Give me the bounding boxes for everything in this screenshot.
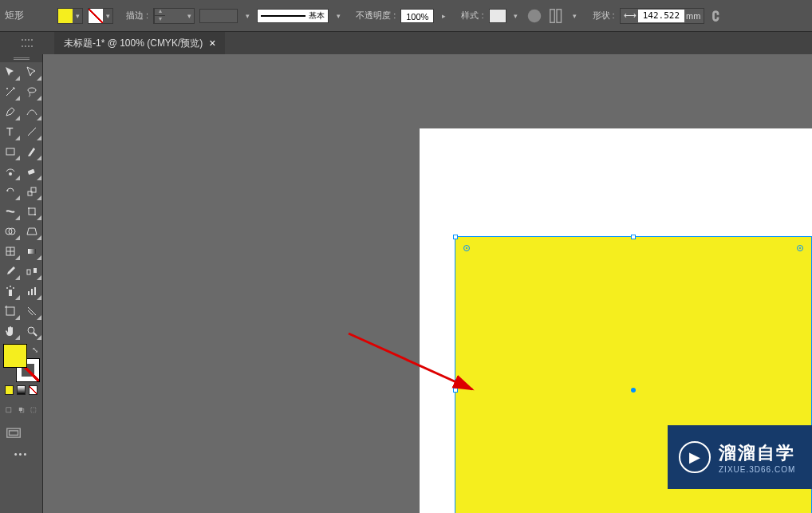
link-icon[interactable]: [709, 7, 727, 25]
magic-wand-tool[interactable]: [0, 82, 21, 101]
shape-width-input[interactable]: ⟷ 142.522 mm: [620, 8, 705, 24]
swap-fill-stroke-icon[interactable]: ⤡: [32, 345, 38, 354]
svg-rect-1: [550, 9, 554, 22]
variable-width-profile[interactable]: [199, 9, 238, 23]
scale-tool[interactable]: [22, 182, 42, 201]
chevron-down-icon[interactable]: ▾: [103, 9, 112, 23]
type-tool[interactable]: T: [0, 122, 21, 141]
eraser-tool[interactable]: [22, 162, 42, 181]
selection-center-point[interactable]: [631, 388, 636, 393]
opacity-input[interactable]: 100%: [400, 9, 434, 23]
document-tab[interactable]: 未标题-1* @ 100% (CMYK/预览) ×: [54, 32, 225, 54]
draw-normal-icon[interactable]: [5, 401, 13, 419]
svg-rect-40: [10, 431, 18, 436]
opacity-label: 不透明度 :: [356, 10, 396, 22]
curvature-tool[interactable]: [22, 102, 42, 121]
svg-rect-28: [31, 289, 33, 295]
stroke-swatch-none: [89, 9, 103, 23]
shaper-tool[interactable]: [0, 162, 21, 181]
svg-rect-23: [9, 290, 12, 296]
selection-handle[interactable]: [453, 388, 458, 393]
chevron-down-icon[interactable]: ▾: [73, 9, 82, 23]
svg-rect-35: [6, 408, 11, 412]
selection-handle[interactable]: [453, 235, 458, 239]
color-mode-solid[interactable]: [5, 385, 14, 395]
svg-line-6: [28, 128, 36, 136]
chevron-down-icon[interactable]: ▾: [570, 9, 580, 23]
lasso-tool[interactable]: [22, 82, 42, 101]
stroke-label: 描边 :: [126, 10, 148, 22]
mesh-tool[interactable]: [0, 242, 21, 261]
free-transform-tool[interactable]: [22, 202, 42, 221]
paintbrush-tool[interactable]: [22, 142, 42, 161]
zoom-tool[interactable]: [22, 322, 42, 341]
chevron-down-icon[interactable]: ▾: [333, 9, 343, 23]
color-mode-switches: [5, 385, 37, 395]
svg-rect-12: [29, 208, 35, 215]
slice-tool[interactable]: [22, 302, 42, 321]
color-mode-gradient[interactable]: [17, 385, 26, 395]
width-icon: ⟷: [624, 10, 637, 21]
selection-tool[interactable]: [0, 62, 21, 81]
eyedropper-tool[interactable]: [0, 262, 21, 281]
line-tool[interactable]: [22, 122, 42, 141]
watermark-overlay: ▶ 溜溜自学 ZIXUE.3D66.COM: [668, 425, 812, 489]
corner-radius-widget[interactable]: [797, 245, 803, 251]
edit-toolbar-icon[interactable]: •••: [14, 449, 29, 459]
brush-definition[interactable]: 基本: [257, 9, 329, 23]
svg-point-33: [28, 327, 34, 333]
color-mode-none[interactable]: [29, 385, 37, 395]
close-icon[interactable]: ×: [209, 37, 215, 49]
svg-point-14: [34, 214, 36, 215]
corner-radius-widget[interactable]: [463, 245, 470, 251]
column-graph-tool[interactable]: [22, 282, 42, 301]
stroke-color-picker[interactable]: ▾: [88, 8, 113, 24]
unit-label: mm: [686, 11, 700, 21]
fill-stroke-indicator[interactable]: ⤡: [3, 344, 40, 382]
brush-name: 基本: [309, 10, 325, 22]
shape-width-value[interactable]: 142.522: [638, 10, 684, 22]
document-tab-bar: 未标题-1* @ 100% (CMYK/预览) ×: [0, 32, 812, 54]
play-icon: ▶: [679, 441, 711, 473]
chevron-down-icon[interactable]: ▾: [155, 16, 165, 24]
draw-behind-icon[interactable]: [18, 401, 26, 419]
svg-rect-20: [28, 249, 36, 254]
canvas[interactable]: ▶ 溜溜自学 ZIXUE.3D66.COM: [43, 54, 812, 513]
chevron-down-icon[interactable]: ▾: [511, 9, 521, 23]
chevron-right-icon[interactable]: ▸: [439, 9, 448, 23]
chevron-down-icon[interactable]: ▾: [242, 9, 252, 23]
screen-mode-icon[interactable]: [5, 425, 22, 443]
artboard-tool[interactable]: [0, 302, 21, 321]
svg-rect-7: [6, 148, 14, 155]
blend-tool[interactable]: [22, 262, 42, 281]
shape-builder-tool[interactable]: [0, 222, 21, 241]
watermark-title: 溜溜自学: [719, 441, 795, 465]
perspective-grid-tool[interactable]: [22, 222, 42, 241]
svg-rect-38: [31, 408, 36, 412]
svg-point-13: [28, 207, 30, 209]
panel-drag-handle[interactable]: [0, 54, 42, 62]
pen-tool[interactable]: [0, 102, 21, 121]
fill-color-box[interactable]: [3, 344, 27, 368]
selection-handle[interactable]: [631, 235, 636, 239]
stroke-weight-input[interactable]: ▴▾ ▾: [153, 8, 195, 24]
fill-color-picker[interactable]: ▾: [57, 8, 83, 24]
hand-tool[interactable]: [0, 322, 21, 341]
chevron-up-icon[interactable]: ▴: [155, 8, 165, 16]
chevron-down-icon[interactable]: ▾: [184, 9, 194, 23]
tools-panel: T ⤡: [0, 54, 43, 513]
rotate-tool[interactable]: [0, 182, 21, 201]
symbol-sprayer-tool[interactable]: [0, 282, 21, 301]
gradient-tool[interactable]: [22, 242, 42, 261]
direct-selection-tool[interactable]: [22, 62, 42, 81]
rectangle-tool[interactable]: [0, 142, 21, 161]
tab-bar-handle[interactable]: [0, 32, 54, 54]
svg-point-3: [6, 88, 8, 89]
style-label: 样式 :: [461, 10, 483, 22]
width-tool[interactable]: [0, 202, 21, 221]
graphic-style-picker[interactable]: [489, 9, 507, 23]
draw-inside-icon[interactable]: [30, 401, 37, 419]
recolor-artwork-icon[interactable]: [526, 7, 543, 25]
current-tool-label: 矩形: [5, 9, 53, 22]
align-icon[interactable]: [548, 7, 566, 25]
